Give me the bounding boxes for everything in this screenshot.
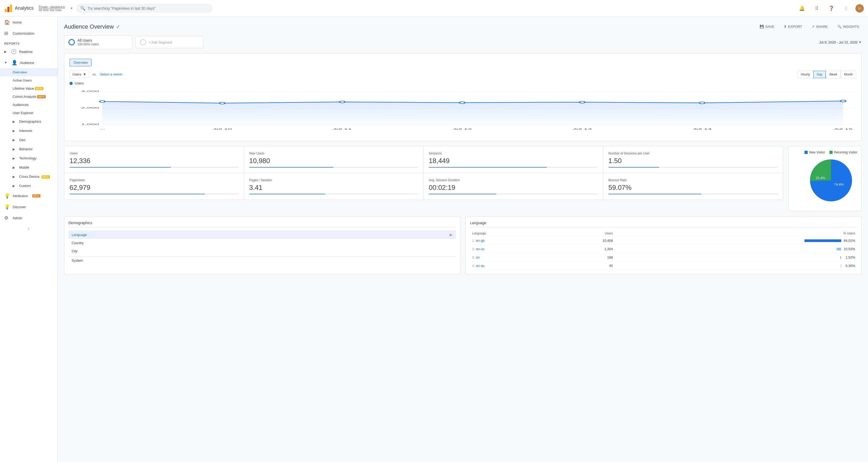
export-button[interactable]: ⬆ EXPORT (781, 23, 805, 30)
metric-label: Bounce Rate (609, 178, 778, 182)
discover-icon: 💡 (4, 204, 9, 210)
top-bar: Analytics Private - blackbird.io All Web… (0, 0, 868, 17)
sidebar-item-audience[interactable]: ▼ 👤 Audience (0, 57, 58, 68)
sidebar-item-admin[interactable]: ⚙ Admin (0, 212, 58, 223)
demographics-nav: Language▶CountryCity (68, 230, 456, 255)
metric-bar-fill (429, 167, 547, 168)
sidebar-item-geo[interactable]: ▶ Geo (0, 135, 58, 144)
overview-tab[interactable]: Overview (69, 59, 92, 66)
main-area: 🏠 Home ⊞ Customization REPORTS ▶ 🕐 Realt… (0, 17, 868, 462)
bar-cell: 84.01% (617, 239, 855, 242)
reports-section-label: REPORTS (0, 39, 58, 46)
customization-label: Customization (12, 31, 53, 35)
svg-text:1,000: 1,000 (81, 123, 99, 126)
apps-button[interactable]: ⠿ (811, 3, 822, 13)
sidebar-item-customization[interactable]: ⊞ Customization (0, 28, 58, 39)
users-cell: 1,304 (551, 245, 615, 253)
search-input[interactable] (88, 6, 208, 10)
sidebar-sub-item-audiences[interactable]: Audiences (0, 101, 58, 109)
sidebar-sub-item-lifetime-value[interactable]: Lifetime Value BETA (0, 85, 58, 93)
demo-nav-item-country[interactable]: Country (68, 239, 456, 247)
insights-button[interactable]: 🔍 INSIGHTS (835, 23, 862, 30)
metric-bar (609, 167, 778, 168)
sidebar-sub-item-overview[interactable]: Overview (0, 68, 58, 76)
metric-value: 18,449 (429, 157, 598, 165)
share-button[interactable]: ↗ SHARE (809, 23, 831, 30)
demographics-label: Demographics (19, 120, 41, 124)
demo-nav-item-city[interactable]: City (68, 247, 456, 255)
metric-bar (429, 194, 598, 194)
sidebar-item-home[interactable]: 🏠 Home (0, 17, 58, 28)
date-range-label: Jul 9, 2020 - Jul 15, 2020 (819, 40, 858, 44)
lifetime-value-beta-badge: BETA (35, 87, 43, 90)
sidebar-item-discover[interactable]: 💡 Discover (0, 201, 58, 212)
help-button[interactable]: ❓ (826, 3, 837, 13)
export-icon: ⬆ (784, 25, 787, 29)
metrics-section: Users 12,336 New Users 10,980 Sessions 1… (64, 146, 783, 211)
demo-nav-chevron-icon: ▶ (450, 233, 453, 237)
demo-nav-item-language[interactable]: Language▶ (68, 230, 456, 239)
svg-rect-1 (7, 7, 9, 12)
lang-link[interactable]: en-au (476, 264, 485, 268)
metric-cell-sessions: Sessions 18,449 (424, 146, 603, 173)
week-button[interactable]: Week (826, 71, 840, 78)
behavior-chevron-icon: ▶ (12, 147, 15, 151)
chart-legend: Users (69, 81, 856, 85)
more-options-button[interactable]: ⋮ (841, 3, 851, 13)
svg-text:Jul 11: Jul 11 (333, 127, 352, 130)
system-label: System (68, 256, 456, 264)
sidebar-collapse-button[interactable]: ‹ (0, 223, 58, 234)
row-num: 3. (472, 255, 475, 259)
metric-cell-number-of-sessions-per-user: Number of Sessions per User 1.50 (603, 146, 783, 173)
sidebar-item-attribution[interactable]: 💡 Attribution BETA (0, 190, 58, 201)
hourly-button[interactable]: Hourly (798, 71, 813, 78)
bar-cell: 1.52% (617, 255, 855, 259)
main-content: Audience Overview ✓ 💾 SAVE ⬆ EXPORT ↗ SH… (58, 17, 868, 462)
svg-text:25.4%: 25.4% (816, 176, 826, 180)
sidebar-item-custom[interactable]: ▶ Custom (0, 181, 58, 190)
metric-cell-avg-session-duration: Avg. Session Duration 00:02:19 (424, 173, 603, 200)
sidebar-item-cross-device[interactable]: ▶ Cross Device BETA (0, 172, 58, 181)
sidebar-item-behavior[interactable]: ▶ Behavior (0, 144, 58, 154)
metric-value: 1.50 (609, 157, 778, 165)
sidebar-item-demographics[interactable]: ▶ Demographics (0, 117, 58, 126)
all-users-segment[interactable]: All Users 100.00% Users (64, 35, 132, 49)
search-bar[interactable]: 🔍 (76, 4, 213, 13)
attribution-label: Attribution (12, 194, 28, 198)
metric-label: Avg. Session Duration (429, 178, 598, 182)
save-button[interactable]: 💾 SAVE (757, 23, 777, 30)
day-button[interactable]: Day (813, 71, 826, 78)
date-range-picker[interactable]: Jul 9, 2020 - Jul 15, 2020 ▼ (819, 40, 862, 44)
demo-nav-label: City (72, 249, 78, 253)
lang-link[interactable]: en (476, 255, 479, 259)
add-segment-button[interactable]: + Add Segment (135, 36, 204, 48)
row-num: 4. (472, 264, 475, 268)
avatar[interactable]: U (856, 4, 864, 12)
metric-value: 12,336 (69, 157, 239, 165)
metric-label: Pages / Session (249, 178, 418, 182)
sidebar-item-technology[interactable]: ▶ Technology (0, 154, 58, 163)
geo-chevron-icon: ▶ (12, 138, 15, 142)
metric-cell-pageviews: Pageviews 62,979 (64, 173, 244, 200)
lang-link[interactable]: en-gb (476, 239, 485, 242)
metric-label: Users (69, 152, 239, 155)
svg-rect-2 (10, 5, 12, 12)
sidebar-item-mobile[interactable]: ▶ Mobile (0, 163, 58, 172)
sidebar-item-realtime[interactable]: ▶ 🕐 Realtime (0, 46, 58, 57)
select-metric-link[interactable]: Select a metric (100, 72, 122, 76)
metric-select-label: Users (72, 72, 81, 76)
metric-select-dropdown[interactable]: Users ▼ (69, 70, 89, 78)
lang-cell: 1.en-gb (470, 236, 551, 245)
month-button[interactable]: Month (841, 71, 856, 78)
lang-link[interactable]: en-us (476, 247, 485, 251)
sidebar-item-interests[interactable]: ▶ Interests (0, 126, 58, 135)
page-title: Audience Overview (64, 23, 114, 30)
returning-visitor-color (830, 151, 833, 154)
language-table-row: 1.en-gb 10,408 84.01% (470, 236, 857, 245)
notifications-button[interactable]: 🔔 (797, 3, 807, 13)
sidebar-sub-item-active-users[interactable]: Active Users (0, 76, 58, 85)
account-dropdown-icon[interactable]: ▼ (70, 7, 73, 10)
sidebar-sub-item-user-explorer[interactable]: User Explorer (0, 109, 58, 117)
sidebar-sub-item-cohort-analysis[interactable]: Cohort Analysis BETA (0, 93, 58, 101)
mini-bar (837, 248, 841, 251)
